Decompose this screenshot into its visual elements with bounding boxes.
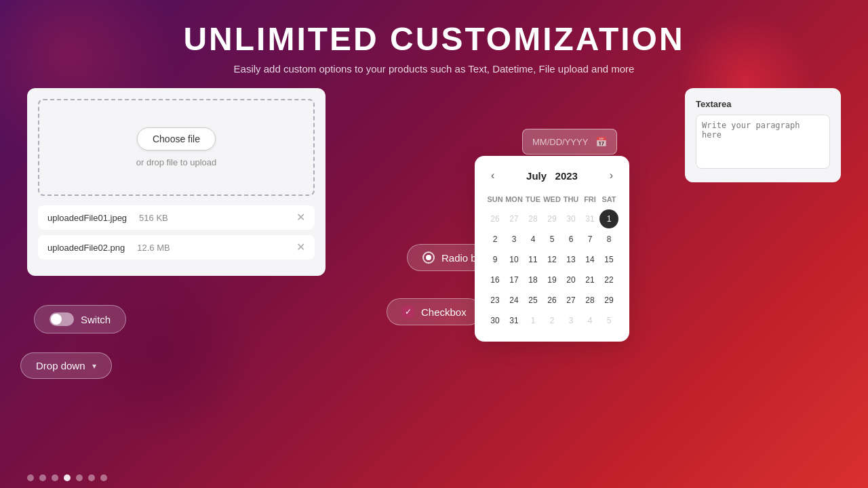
cal-cell[interactable]: 31 — [580, 209, 599, 228]
cal-cell[interactable]: 3 — [505, 230, 524, 249]
file-upload-panel: Choose file or drop file to upload uploa… — [27, 88, 326, 276]
pagination-dot-5[interactable] — [76, 474, 83, 481]
cal-cell[interactable]: 5 — [599, 311, 618, 330]
cal-cell[interactable]: 13 — [561, 250, 580, 269]
cal-cell[interactable]: 30 — [561, 209, 580, 228]
day-name-tue: TUE — [524, 192, 542, 206]
checkbox-box[interactable]: ✓ — [402, 306, 414, 318]
page-subtitle: Easily add custom options to your produc… — [27, 63, 841, 75]
pagination-dot-1[interactable] — [27, 474, 34, 481]
cal-cell[interactable]: 26 — [542, 291, 561, 310]
cal-cell[interactable]: 8 — [599, 230, 618, 249]
cal-cell[interactable]: 27 — [561, 291, 580, 310]
textarea-section: Textarea — [685, 88, 841, 182]
cal-cell[interactable]: 20 — [561, 270, 580, 289]
cal-cell[interactable]: 7 — [580, 230, 599, 249]
file-name-2: uploadedFile02.png — [47, 243, 125, 253]
cal-cell[interactable]: 17 — [505, 270, 524, 289]
drop-text: or drop file to upload — [53, 157, 300, 167]
pagination-dot-7[interactable] — [100, 474, 107, 481]
switch-label: Switch — [81, 314, 111, 325]
checkbox-control[interactable]: ✓ Checkbox — [387, 298, 482, 325]
cal-cell[interactable]: 9 — [486, 250, 505, 269]
switch-thumb — [51, 314, 62, 325]
calendar-week-4: 16 17 18 19 20 21 22 — [486, 270, 618, 290]
date-input[interactable]: MM/DD/YYYY 📅 — [522, 129, 617, 155]
calendar-widget: ‹ July 2023 › SUN MON TUE WED THU — [475, 156, 629, 342]
checkbox-label: Checkbox — [421, 306, 467, 318]
textarea-input[interactable] — [696, 115, 830, 169]
pagination-dot-3[interactable] — [52, 474, 58, 481]
cal-cell[interactable]: 6 — [561, 230, 580, 249]
day-name-thu: THU — [561, 192, 580, 206]
page-header: UNLIMITED CUSTOMIZATION Easily add custo… — [27, 20, 841, 75]
file-remove-1[interactable]: ✕ — [296, 212, 305, 223]
cal-cell[interactable]: 29 — [599, 291, 618, 310]
main-area: Choose file or drop file to upload uploa… — [27, 88, 841, 461]
cal-cell[interactable]: 26 — [486, 209, 505, 228]
cal-cell[interactable]: 14 — [580, 250, 599, 269]
cal-cell[interactable]: 12 — [542, 250, 561, 269]
day-name-sun: SUN — [486, 192, 505, 206]
radio-dot — [426, 255, 431, 260]
cal-cell[interactable]: 5 — [542, 230, 561, 249]
cal-cell[interactable]: 1 — [524, 311, 542, 330]
calendar-week-1: 26 27 28 29 30 31 1 — [486, 209, 618, 229]
file-item: uploadedFile01.jpeg 516 KB ✕ — [38, 205, 315, 230]
switch-track[interactable] — [50, 312, 74, 326]
cal-cell[interactable]: 25 — [524, 291, 542, 310]
dropzone[interactable]: Choose file or drop file to upload — [38, 99, 315, 196]
calendar-month-year: July 2023 — [526, 170, 578, 182]
choose-file-button[interactable]: Choose file — [137, 127, 216, 150]
cal-cell[interactable]: 16 — [486, 270, 505, 289]
cal-cell[interactable]: 23 — [486, 291, 505, 310]
cal-cell[interactable]: 4 — [524, 230, 542, 249]
cal-cell[interactable]: 28 — [580, 291, 599, 310]
cal-cell[interactable]: 19 — [542, 270, 561, 289]
cal-cell[interactable]: 3 — [561, 311, 580, 330]
cal-cell[interactable]: 22 — [599, 270, 618, 289]
calendar-prev-button[interactable]: ‹ — [486, 167, 500, 184]
cal-cell[interactable]: 18 — [524, 270, 542, 289]
file-name-1: uploadedFile01.jpeg — [47, 213, 127, 223]
cal-cell[interactable]: 31 — [505, 311, 524, 330]
day-name-mon: MON — [505, 192, 524, 206]
chevron-down-icon: ▾ — [92, 361, 96, 371]
file-remove-2[interactable]: ✕ — [296, 242, 305, 253]
cal-cell[interactable]: 21 — [580, 270, 599, 289]
date-placeholder: MM/DD/YYYY — [532, 137, 588, 147]
calendar-week-2: 2 3 4 5 6 7 8 — [486, 229, 618, 249]
cal-cell[interactable]: 29 — [542, 209, 561, 228]
calendar-month: July — [526, 170, 547, 182]
file-size-1: 516 KB — [139, 213, 168, 223]
calendar-week-3: 9 10 11 12 13 14 15 — [486, 249, 618, 270]
pagination-dot-4[interactable] — [64, 474, 71, 481]
calendar-week-5: 23 24 25 26 27 28 29 — [486, 290, 618, 310]
center-right: Textarea Radio button ✓ Checkbox — [339, 88, 841, 461]
textarea-card: Textarea — [685, 88, 841, 182]
cal-cell[interactable]: 27 — [505, 209, 524, 228]
file-upload-section: Choose file or drop file to upload uploa… — [27, 88, 326, 461]
switch-control[interactable]: Switch — [34, 305, 126, 333]
calendar-icon[interactable]: 📅 — [595, 136, 607, 147]
cal-cell[interactable]: 30 — [486, 311, 505, 330]
cal-cell[interactable]: 11 — [524, 250, 542, 269]
day-name-wed: WED — [542, 192, 561, 206]
calendar-next-button[interactable]: › — [604, 167, 618, 184]
cal-cell[interactable]: 24 — [505, 291, 524, 310]
cal-cell[interactable]: 15 — [599, 250, 618, 269]
dropdown-control[interactable]: Drop down ▾ — [20, 352, 112, 379]
file-size-2: 12.6 MB — [137, 243, 170, 253]
cal-cell[interactable]: 2 — [542, 311, 561, 330]
dropdown-label: Drop down — [36, 360, 85, 371]
cal-cell-selected[interactable]: 1 — [599, 209, 618, 228]
pagination-dot-2[interactable] — [39, 474, 46, 481]
calendar-day-headers: SUN MON TUE WED THU FRI SAT — [486, 192, 618, 206]
cal-cell[interactable]: 28 — [524, 209, 542, 228]
cal-cell[interactable]: 10 — [505, 250, 524, 269]
day-name-fri: FRI — [580, 192, 599, 206]
calendar-week-6: 30 31 1 2 3 4 5 — [486, 310, 618, 331]
cal-cell[interactable]: 4 — [580, 311, 599, 330]
pagination-dot-6[interactable] — [88, 474, 95, 481]
cal-cell[interactable]: 2 — [486, 230, 505, 249]
